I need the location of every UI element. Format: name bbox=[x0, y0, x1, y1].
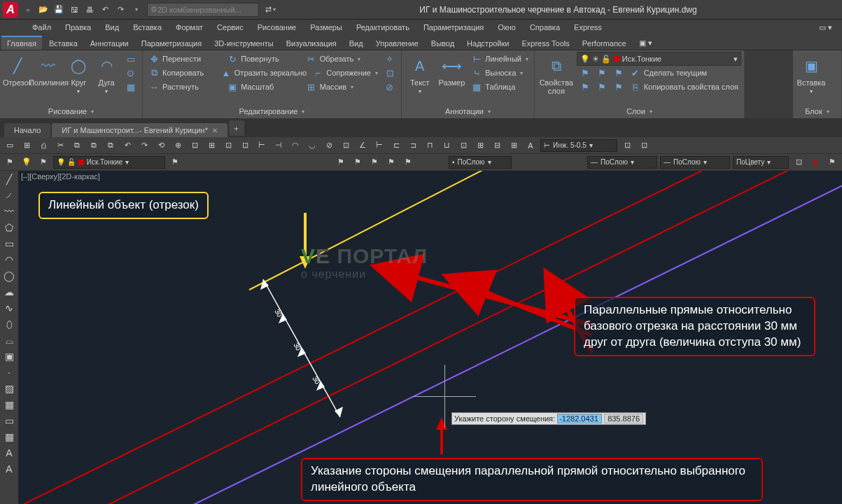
tb2g-icon[interactable]: ⚑ bbox=[367, 155, 381, 169]
tb2b-icon[interactable]: 💡 bbox=[20, 155, 34, 169]
menu-window[interactable]: Окно bbox=[493, 22, 520, 33]
layer-tool-3[interactable]: ⚑ bbox=[610, 66, 627, 80]
tab-express[interactable]: Express Tools bbox=[516, 37, 575, 50]
menu-view[interactable]: Вид bbox=[101, 22, 123, 33]
leader-button[interactable]: ⤷Выноска bbox=[468, 66, 531, 80]
coord-x-input[interactable] bbox=[557, 414, 602, 424]
tb7-icon[interactable]: ⧉ bbox=[104, 139, 118, 153]
qat-more-icon[interactable] bbox=[129, 3, 143, 17]
layer-tool-2[interactable]: ⚑ bbox=[594, 66, 610, 80]
explode-icon[interactable]: ✧ bbox=[381, 52, 398, 66]
rect-icon[interactable]: ▭ bbox=[122, 52, 139, 66]
tb24-icon[interactable]: ⊏ bbox=[389, 139, 403, 153]
lt-revcloud-icon[interactable]: ☁ bbox=[1, 285, 17, 299]
copy-button[interactable]: ⧉Копировать bbox=[146, 66, 218, 80]
arc-button[interactable]: ◠Дуга▾ bbox=[93, 52, 120, 94]
scale-button[interactable]: ▣Масштаб bbox=[224, 80, 302, 94]
tb2f-icon[interactable]: ⚑ bbox=[351, 155, 365, 169]
tb2a-icon[interactable]: ⚑ bbox=[3, 155, 17, 169]
tb13-icon[interactable]: ⊞ bbox=[204, 139, 218, 153]
menu-draw[interactable]: Рисование bbox=[253, 22, 300, 33]
line-button[interactable]: ╱Отрезок bbox=[3, 52, 31, 87]
tb26-icon[interactable]: ⊓ bbox=[423, 139, 437, 153]
plot-icon[interactable]: 🖶 bbox=[83, 3, 97, 17]
lt-grad-icon[interactable]: ▦ bbox=[1, 398, 17, 412]
linear-dim-button[interactable]: ⊢Линейный bbox=[468, 52, 531, 66]
tb16-icon[interactable]: ⊢ bbox=[255, 139, 269, 153]
share-icon[interactable]: ⇄ bbox=[263, 3, 277, 17]
tab-perf[interactable]: Performance bbox=[577, 37, 632, 50]
menu-dims[interactable]: Размеры bbox=[306, 22, 346, 33]
tb18-icon[interactable]: ◠ bbox=[288, 139, 302, 153]
layer-tool-4[interactable]: ⚑ bbox=[577, 80, 594, 94]
tb31-icon[interactable]: ⊞ bbox=[507, 139, 521, 153]
tb11-icon[interactable]: ⊕ bbox=[171, 139, 185, 153]
tb2i-icon[interactable]: ⚑ bbox=[401, 155, 415, 169]
tb21-icon[interactable]: ⊡ bbox=[339, 139, 353, 153]
menu-file[interactable]: Файл bbox=[28, 22, 55, 33]
fillet-button[interactable]: ⌐Сопряжение bbox=[309, 66, 381, 80]
panel-modify-title[interactable]: Редактирование bbox=[146, 106, 398, 117]
stretch-button[interactable]: ↔Растянуть bbox=[146, 80, 224, 94]
tb2-icon[interactable]: ⊞ bbox=[20, 139, 34, 153]
color-combo[interactable]: ▪ ПоСлою ▾ bbox=[449, 156, 512, 169]
tb2k-icon[interactable]: ⚑ bbox=[825, 155, 839, 169]
tb29-icon[interactable]: ⊞ bbox=[473, 139, 487, 153]
lt-pline-icon[interactable]: 〰 bbox=[1, 204, 17, 218]
tb3-icon[interactable]: ⎙ bbox=[36, 139, 50, 153]
close-tab-icon[interactable]: ✕ bbox=[212, 127, 218, 134]
spline-icon[interactable]: ⊙ bbox=[122, 66, 139, 80]
menu-tools[interactable]: Сервис bbox=[213, 22, 248, 33]
tb2c-icon[interactable]: ⚑ bbox=[36, 155, 50, 169]
tb6-icon[interactable]: ⧉ bbox=[87, 139, 101, 153]
annot-scale-icon[interactable]: A bbox=[808, 155, 822, 169]
tb1-icon[interactable]: ▭ bbox=[3, 139, 17, 153]
tb2e-icon[interactable]: ⚑ bbox=[334, 155, 348, 169]
lt-hatch-icon[interactable]: ▨ bbox=[1, 382, 17, 396]
array-button[interactable]: ⊞Массив bbox=[303, 80, 381, 94]
tb5-icon[interactable]: ⧉ bbox=[70, 139, 84, 153]
tb2h-icon[interactable]: ⚑ bbox=[384, 155, 398, 169]
tab-focus[interactable]: ▣ ▾ bbox=[633, 36, 658, 50]
panel-draw-title[interactable]: Рисование bbox=[3, 106, 139, 117]
workspace-combo[interactable]: ⚙ 2D комбинированный... bbox=[147, 3, 259, 17]
polyline-button[interactable]: 〰Полилиния bbox=[33, 52, 64, 87]
tb25-icon[interactable]: ⊐ bbox=[406, 139, 420, 153]
menu-modify[interactable]: Редактировать bbox=[352, 22, 414, 33]
layer-tool-1[interactable]: ⚑ bbox=[577, 66, 594, 80]
menu-param[interactable]: Параметризация bbox=[419, 22, 488, 33]
tab-param[interactable]: Параметризация bbox=[136, 37, 207, 50]
panel-layers-title[interactable]: Слои bbox=[538, 106, 741, 117]
layerprops-button[interactable]: ⧉Свойства слоя bbox=[538, 52, 575, 95]
tab-view[interactable]: Вид bbox=[344, 37, 369, 50]
tb19-icon[interactable]: ◡ bbox=[305, 139, 319, 153]
tb32-icon[interactable]: A bbox=[524, 139, 538, 153]
undo-icon[interactable]: ↶ bbox=[98, 3, 112, 17]
menu-format[interactable]: Формат bbox=[171, 22, 207, 33]
tab-insert[interactable]: Вставка bbox=[43, 37, 83, 50]
lt-mtext-icon[interactable]: A bbox=[1, 446, 17, 460]
plot-combo[interactable]: ПоЦвету ▾ bbox=[733, 156, 789, 169]
tb10-icon[interactable]: ⟲ bbox=[154, 139, 168, 153]
tb20-icon[interactable]: ⊘ bbox=[322, 139, 336, 153]
lt-arc-icon[interactable]: ◠ bbox=[1, 253, 17, 267]
lt-xline-icon[interactable]: ⟋ bbox=[1, 188, 17, 202]
make-current-button[interactable]: ✔Сделать текущим bbox=[627, 66, 741, 80]
tb15-icon[interactable]: ⊡ bbox=[238, 139, 252, 153]
circle-button[interactable]: ◯Круг▾ bbox=[65, 52, 92, 94]
tab-annot[interactable]: Аннотации bbox=[85, 37, 134, 50]
rotate-button[interactable]: ↻Повернуть bbox=[224, 52, 302, 66]
panel-annot-title[interactable]: Аннотации bbox=[405, 106, 531, 117]
layer-combo-tb[interactable]: 💡 🔓 Иск.Тонкие ▾ bbox=[53, 156, 165, 169]
move-button[interactable]: ✥Перенести bbox=[146, 52, 224, 66]
new-icon[interactable]: ▫ bbox=[21, 3, 35, 17]
lt-polygon-icon[interactable]: ⬠ bbox=[1, 220, 17, 234]
tab-vis[interactable]: Визуализация bbox=[281, 37, 342, 50]
tb4-icon[interactable]: ✂ bbox=[53, 139, 67, 153]
tab-output[interactable]: Вывод bbox=[426, 37, 460, 50]
tb14-icon[interactable]: ⊡ bbox=[221, 139, 235, 153]
new-tab-button[interactable]: ＋ bbox=[229, 120, 244, 136]
tab-addins[interactable]: Надстройки bbox=[461, 37, 514, 50]
tb30-icon[interactable]: ⊟ bbox=[490, 139, 504, 153]
trim-button[interactable]: ✂Обрезать bbox=[303, 52, 381, 66]
